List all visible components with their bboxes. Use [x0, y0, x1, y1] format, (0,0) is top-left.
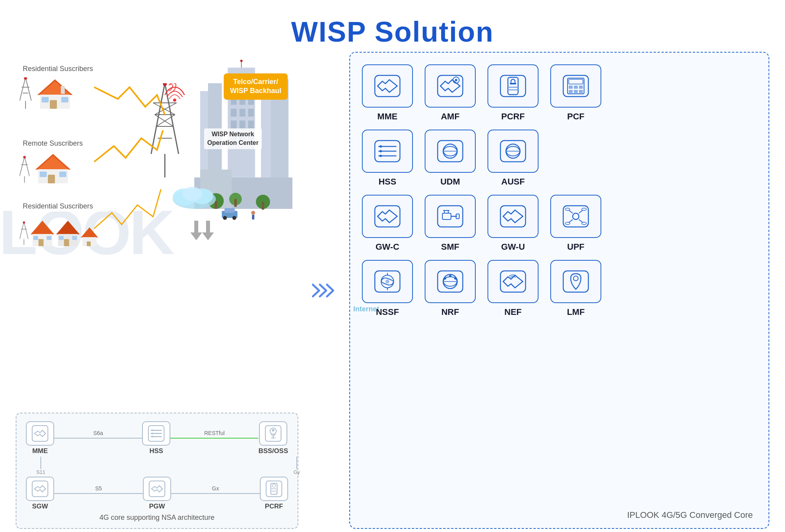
page-title: WISP Solution [0, 0, 785, 48]
core-gwc-icon [374, 205, 401, 228]
svg-rect-131 [510, 83, 516, 84]
s6a-label: S6a [93, 430, 103, 436]
subscriber-label-bottom: Residential Suscribers [20, 201, 109, 212]
core-udm-box [425, 130, 476, 173]
svg-rect-86 [234, 199, 237, 207]
iplook-core-label: IPLOOK 4G/5G Converged Core [362, 510, 757, 520]
net-node-pcrf: PCRF [260, 477, 288, 510]
core-ausf-label: AUSF [501, 177, 525, 187]
net-node-pgw: PGW [143, 477, 171, 510]
core-node-nrf: NRF [425, 260, 476, 317]
main-content: IPLOOK Residential Suscribers [0, 52, 785, 529]
svg-rect-123 [375, 75, 400, 97]
s11-label: S11 [36, 469, 45, 475]
core-node-mme: MME [362, 64, 413, 122]
svg-point-107 [152, 433, 153, 434]
svg-point-149 [380, 155, 382, 157]
s5-label: S5 [95, 485, 102, 492]
svg-point-126 [455, 79, 457, 81]
svg-rect-33 [47, 236, 51, 240]
core-hss2-label: HSS [378, 177, 396, 187]
core-upf-box [550, 195, 601, 238]
core-pcf-box [550, 64, 601, 108]
restful-label: RESTful [204, 430, 225, 436]
core-nssf-icon [374, 270, 401, 293]
svg-rect-142 [579, 90, 583, 93]
core-row-4: NSSF NRF [362, 260, 757, 317]
cloud-svg [169, 181, 220, 213]
sgw-label: SGW [32, 503, 48, 510]
house-mid [33, 152, 73, 183]
svg-rect-41 [87, 241, 91, 246]
core-lmf-icon [562, 270, 590, 293]
subscriber-label-top: Residential Suscribers [20, 64, 96, 74]
panel-arrow-connector [310, 52, 338, 529]
core-gwu-label: GW-U [501, 242, 525, 252]
svg-point-91 [223, 216, 227, 220]
mme-box [26, 421, 54, 446]
svg-rect-36 [64, 239, 69, 246]
core-gwu-icon [499, 205, 527, 228]
svg-rect-10 [42, 97, 49, 102]
svg-rect-67 [239, 109, 245, 117]
core-row-3: GW-C SMF [362, 195, 757, 252]
svg-point-184 [449, 275, 451, 277]
s11-connector: S11 [26, 457, 56, 475]
gx-label: Gx [212, 485, 219, 492]
hss-box [142, 421, 170, 446]
line-s6a: S6a [54, 438, 142, 439]
svg-point-174 [582, 222, 586, 225]
svg-marker-34 [56, 221, 80, 234]
svg-line-14 [25, 157, 30, 176]
subscriber-group-middle: Remote Suscribers [20, 138, 86, 183]
svg-rect-66 [231, 109, 237, 117]
house-bot [31, 215, 109, 246]
svg-point-5 [24, 77, 27, 80]
s11-line [40, 457, 41, 469]
subscriber-group-bottom: Residential Suscribers [20, 201, 109, 246]
signal-svg [163, 85, 186, 105]
core-mme-label: MME [377, 112, 397, 122]
core-smf-label: SMF [441, 242, 459, 252]
svg-point-177 [385, 280, 389, 283]
core-nef-icon [499, 270, 527, 293]
core-node-pcrf2: PCRF [487, 64, 539, 122]
core-node-nef: NEF [487, 260, 539, 317]
right-panel: MME AMF [349, 52, 769, 529]
svg-marker-100 [202, 221, 214, 240]
bssoss-box [259, 421, 287, 446]
svg-rect-38 [72, 236, 77, 240]
net-node-hss: HSS [142, 421, 170, 455]
chevrons-svg [312, 283, 336, 298]
svg-line-13 [20, 157, 25, 176]
svg-rect-158 [442, 213, 451, 219]
gy-label: Gy [294, 469, 300, 475]
svg-point-76 [240, 60, 243, 62]
svg-point-28 [23, 221, 25, 224]
core-upf-icon [562, 205, 590, 228]
pcrf-box [260, 477, 288, 501]
svg-rect-22 [40, 172, 47, 177]
svg-rect-37 [59, 236, 64, 240]
net-node-mme: MME [26, 421, 54, 455]
line-restful: RESTful [170, 438, 258, 439]
subscriber-label-middle: Remote Suscribers [20, 138, 86, 149]
line-gx: Gx [171, 493, 260, 494]
svg-rect-128 [508, 77, 518, 95]
svg-point-111 [272, 429, 274, 431]
core-node-upf: UPF [550, 195, 601, 252]
core-node-nssf: NSSF [362, 260, 413, 317]
svg-rect-136 [569, 79, 583, 84]
bssoss-icon [265, 425, 282, 442]
mme-label: MME [32, 447, 48, 455]
svg-point-108 [152, 436, 153, 437]
net-row-1: MME S6a [26, 421, 288, 455]
core-ausf-icon [499, 139, 527, 163]
network-diagram: MME S6a [16, 413, 298, 529]
core-node-gwu: GW-U [487, 195, 539, 252]
gy-connector: Gy [258, 457, 288, 475]
core-pcrf2-label: PCRF [501, 112, 525, 122]
pgw-label: PGW [149, 503, 165, 510]
core-nef-box [487, 260, 539, 303]
svg-rect-71 [248, 121, 254, 128]
